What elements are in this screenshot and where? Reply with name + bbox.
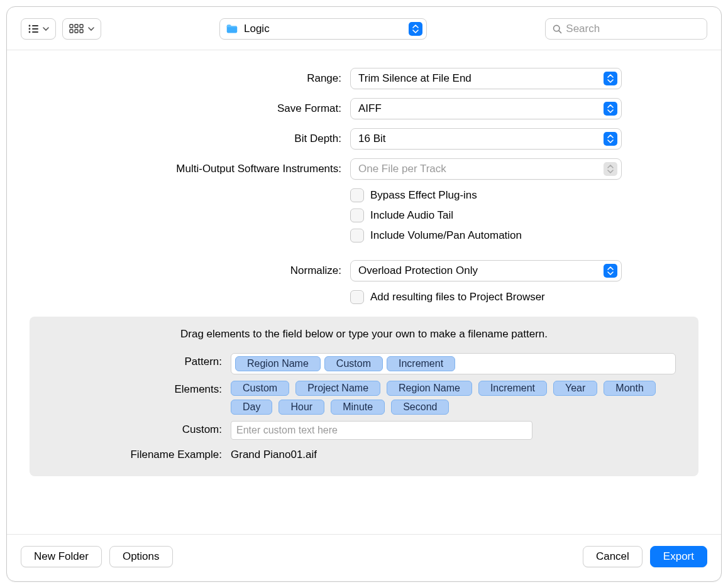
svg-rect-7 (75, 25, 78, 28)
normalize-label: Normalize: (30, 264, 350, 277)
updown-icon (604, 102, 617, 116)
pattern-token[interactable]: Region Name (235, 356, 321, 371)
svg-point-0 (29, 25, 31, 27)
range-value: Trim Silence at File End (358, 72, 598, 85)
footer: New Folder Options Cancel Export (7, 534, 721, 581)
view-mode-button[interactable] (21, 18, 56, 40)
add-to-browser-checkbox[interactable] (350, 290, 364, 304)
custom-label: Custom: (52, 421, 231, 436)
range-select[interactable]: Trim Silence at File End (350, 68, 622, 89)
updown-icon (604, 132, 617, 146)
include-tail-label: Include Audio Tail (370, 209, 453, 222)
form-area: Range: Trim Silence at File End Save For… (7, 50, 721, 534)
custom-input[interactable] (231, 421, 532, 440)
save-format-select[interactable]: AIFF (350, 98, 622, 119)
elements-label: Elements: (52, 381, 231, 396)
svg-rect-8 (80, 25, 83, 28)
export-dialog: Logic Range: Trim Silence at File End (6, 6, 722, 582)
element-token[interactable]: Year (553, 381, 597, 396)
element-token[interactable]: Region Name (387, 381, 472, 396)
chevron-down-icon (88, 26, 94, 32)
element-token[interactable]: Second (391, 400, 449, 415)
search-input[interactable] (566, 23, 700, 35)
element-token[interactable]: Custom (231, 381, 289, 396)
svg-rect-3 (32, 28, 38, 30)
export-button[interactable]: Export (650, 546, 707, 567)
location-picker[interactable]: Logic (219, 18, 427, 40)
include-tail-checkbox[interactable] (350, 209, 364, 222)
save-format-value: AIFF (358, 102, 598, 115)
element-token[interactable]: Project Name (295, 381, 380, 396)
pattern-token[interactable]: Custom (324, 356, 383, 371)
element-token[interactable]: Increment (478, 381, 547, 396)
normalize-select[interactable]: Overload Protection Only (350, 260, 622, 281)
list-icon (28, 24, 40, 34)
save-format-label: Save Format: (30, 102, 350, 115)
range-label: Range: (30, 72, 350, 85)
bypass-fx-label: Bypass Effect Plug-ins (370, 189, 477, 202)
elements-pool: CustomProject NameRegion NameIncrementYe… (231, 381, 676, 415)
normalize-value: Overload Protection Only (358, 264, 598, 277)
filename-example: Grand Piano01.aif (231, 449, 317, 460)
bit-depth-select[interactable]: 16 Bit (350, 128, 622, 150)
pattern-label: Pattern: (52, 353, 231, 368)
element-token[interactable]: Hour (279, 400, 324, 415)
updown-icon (604, 72, 617, 85)
multi-output-value: One File per Track (358, 163, 598, 175)
pattern-instructions: Drag elements to the field below or type… (30, 328, 698, 353)
add-to-browser-label: Add resulting files to Project Browser (370, 291, 545, 303)
element-token[interactable]: Day (231, 400, 272, 415)
bit-depth-value: 16 Bit (358, 133, 598, 145)
search-icon (552, 23, 562, 35)
cancel-button[interactable]: Cancel (583, 546, 643, 567)
element-token[interactable]: Minute (331, 400, 385, 415)
updown-icon (409, 22, 422, 36)
svg-rect-10 (75, 30, 78, 33)
updown-icon (604, 264, 617, 278)
include-vol-pan-checkbox[interactable] (350, 229, 364, 242)
svg-rect-5 (32, 31, 38, 33)
toolbar: Logic (7, 7, 721, 50)
updown-icon (604, 162, 617, 176)
new-folder-button[interactable]: New Folder (21, 546, 102, 567)
svg-point-2 (29, 28, 31, 30)
svg-rect-6 (70, 25, 73, 28)
pattern-field[interactable]: Region NameCustomIncrement (231, 353, 676, 374)
grid-icon (69, 24, 85, 34)
svg-line-13 (559, 31, 561, 33)
multi-output-select: One File per Track (350, 158, 622, 180)
multi-output-label: Multi-Output Software Instruments: (30, 163, 350, 175)
svg-rect-1 (32, 25, 38, 26)
location-label: Logic (244, 23, 404, 35)
svg-rect-11 (80, 30, 83, 33)
svg-point-4 (29, 31, 31, 33)
bypass-fx-checkbox[interactable] (350, 188, 364, 202)
element-token[interactable]: Month (604, 381, 655, 396)
example-label: Filename Example: (52, 446, 231, 461)
include-vol-pan-label: Include Volume/Pan Automation (370, 229, 522, 242)
svg-rect-9 (70, 30, 73, 33)
pattern-panel: Drag elements to the field below or type… (30, 317, 698, 476)
group-by-button[interactable] (62, 18, 101, 40)
folder-icon (225, 22, 239, 36)
bit-depth-label: Bit Depth: (30, 133, 350, 145)
pattern-token[interactable]: Increment (387, 356, 455, 371)
options-button[interactable]: Options (109, 546, 173, 567)
chevron-down-icon (43, 26, 49, 32)
search-field[interactable] (545, 18, 707, 40)
